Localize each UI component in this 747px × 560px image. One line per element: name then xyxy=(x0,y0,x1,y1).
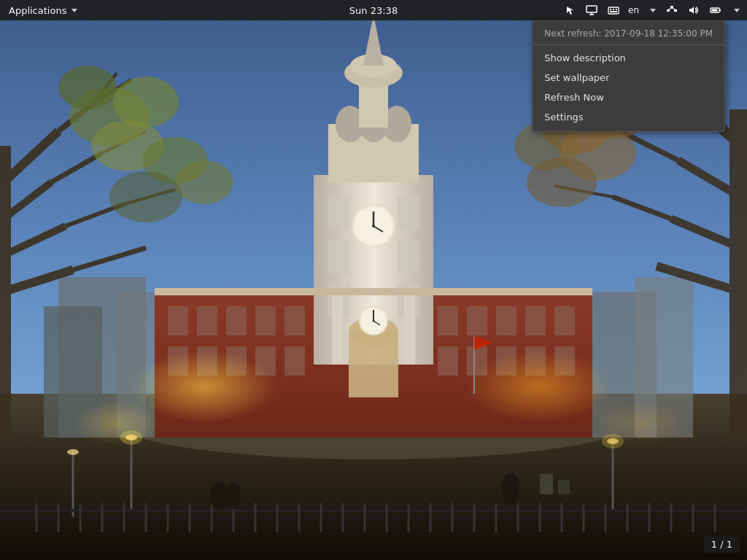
svg-rect-162 xyxy=(610,11,611,12)
svg-rect-24 xyxy=(438,346,458,376)
show-description-item[interactable]: Show description xyxy=(533,48,724,68)
svg-rect-167 xyxy=(674,9,677,12)
monitor-icon xyxy=(586,5,597,15)
svg-rect-160 xyxy=(613,9,614,10)
svg-rect-30 xyxy=(328,197,350,230)
keyboard-tray-icon[interactable] xyxy=(603,0,624,20)
svg-line-168 xyxy=(668,8,672,9)
svg-point-126 xyxy=(109,171,182,222)
topbar-clock: Sun 23:38 xyxy=(349,5,398,16)
topbar: Applications Sun 23:38 xyxy=(0,0,747,20)
svg-marker-154 xyxy=(567,7,573,15)
svg-rect-12 xyxy=(255,306,276,335)
applications-chevron-icon xyxy=(71,9,77,12)
keyboard-icon xyxy=(608,5,619,15)
svg-rect-161 xyxy=(616,9,617,10)
refresh-now-item[interactable]: Refresh Now xyxy=(533,88,724,107)
svg-rect-164 xyxy=(616,11,617,12)
svg-rect-163 xyxy=(611,11,616,12)
battery-icon xyxy=(710,5,721,15)
settings-item[interactable]: Settings xyxy=(533,107,724,127)
topbar-right: en xyxy=(561,0,744,20)
svg-rect-60 xyxy=(155,288,592,295)
svg-rect-20 xyxy=(467,306,487,335)
svg-rect-32 xyxy=(328,241,350,273)
svg-point-72 xyxy=(602,434,624,448)
svg-rect-151 xyxy=(558,480,570,494)
svg-rect-23 xyxy=(554,306,575,335)
svg-rect-39 xyxy=(404,292,415,365)
power-chevron-icon[interactable] xyxy=(727,0,744,20)
cursor-icon xyxy=(565,5,576,15)
svg-rect-172 xyxy=(719,9,721,12)
svg-point-149 xyxy=(502,472,519,505)
svg-rect-38 xyxy=(332,292,343,365)
svg-line-169 xyxy=(672,8,676,9)
svg-rect-19 xyxy=(438,306,458,335)
svg-rect-11 xyxy=(226,306,247,335)
svg-point-146 xyxy=(527,158,597,207)
volume-icon xyxy=(688,5,700,15)
language-chevron-icon[interactable] xyxy=(643,0,660,20)
context-menu: Next refresh: 2017-09-18 12:35:00 PM Sho… xyxy=(532,20,725,132)
language-button[interactable]: en xyxy=(625,0,642,20)
svg-marker-170 xyxy=(689,7,694,14)
network-icon xyxy=(666,5,678,15)
svg-rect-158 xyxy=(608,7,619,14)
page-counter-text: 1 / 1 xyxy=(711,539,732,550)
svg-point-122 xyxy=(58,66,117,109)
applications-button[interactable]: Applications xyxy=(3,0,83,20)
svg-point-67 xyxy=(120,430,142,445)
language-label: en xyxy=(628,5,639,15)
svg-rect-18 xyxy=(285,346,305,376)
svg-rect-9 xyxy=(168,306,188,335)
svg-rect-21 xyxy=(496,306,516,335)
svg-rect-127 xyxy=(729,109,747,438)
svg-rect-13 xyxy=(285,306,305,335)
svg-rect-150 xyxy=(540,474,553,494)
network-tray-icon[interactable] xyxy=(662,0,682,20)
svg-rect-10 xyxy=(197,306,217,335)
svg-point-121 xyxy=(113,77,179,128)
svg-point-147 xyxy=(210,481,228,510)
cursor-tray-icon[interactable] xyxy=(561,0,580,20)
svg-rect-159 xyxy=(610,9,611,10)
svg-rect-33 xyxy=(398,241,419,273)
svg-point-148 xyxy=(226,483,241,509)
svg-rect-155 xyxy=(587,6,597,12)
clock-display: Sun 23:38 xyxy=(349,5,398,16)
svg-rect-165 xyxy=(670,6,673,8)
monitor-tray-icon[interactable] xyxy=(581,0,602,20)
power-tray-icon[interactable] xyxy=(705,0,726,20)
set-wallpaper-item[interactable]: Set wallpaper xyxy=(533,68,724,88)
svg-rect-22 xyxy=(525,306,546,335)
applications-label: Applications xyxy=(9,5,66,16)
svg-point-62 xyxy=(73,401,160,445)
svg-rect-31 xyxy=(398,197,419,230)
svg-point-69 xyxy=(67,449,79,455)
svg-rect-166 xyxy=(667,9,670,12)
topbar-left: Applications xyxy=(3,0,561,20)
page-counter: 1 / 1 xyxy=(704,536,740,553)
svg-point-125 xyxy=(175,160,233,204)
svg-point-63 xyxy=(467,350,613,423)
volume-tray-icon[interactable] xyxy=(684,0,704,20)
svg-rect-173 xyxy=(712,9,718,12)
next-refresh-info: Next refresh: 2017-09-18 12:35:00 PM xyxy=(533,26,724,45)
